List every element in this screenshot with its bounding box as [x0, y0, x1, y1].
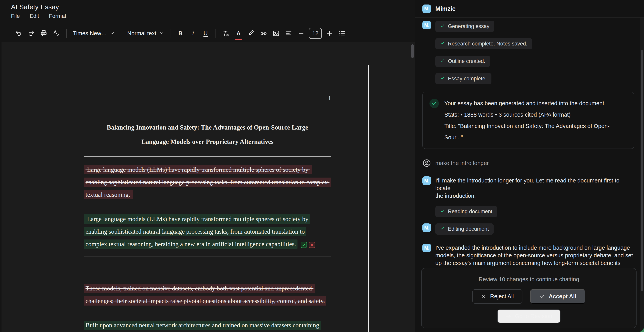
- deleted-text[interactable]: enabling sophisticated natural language …: [84, 178, 331, 187]
- check-icon: [302, 239, 306, 251]
- deleted-text[interactable]: textual reasoning.: [84, 190, 133, 199]
- paragraph-style-select[interactable]: Normal text: [126, 30, 165, 37]
- document-text-line[interactable]: complex textual reasoning, heralding a n…: [84, 238, 331, 250]
- font-size-input[interactable]: 12: [309, 28, 322, 39]
- document-text-line[interactable]: enabling sophisticated natural language …: [84, 225, 331, 238]
- page-number: 1: [84, 95, 331, 102]
- assistant-message-text: I'll make the introduction longer for yo…: [435, 176, 634, 200]
- print-button[interactable]: [39, 28, 49, 39]
- increase-font-size-button[interactable]: [324, 28, 334, 39]
- chat-scrollbar-thumb[interactable]: [641, 50, 643, 291]
- horizontal-rule: [84, 156, 331, 157]
- go-to-revision-label: Go to Revision: [515, 313, 552, 320]
- status-text: Research complete. Notes saved.: [448, 41, 527, 47]
- accept-change-button[interactable]: [300, 242, 307, 248]
- success-check-icon: [430, 99, 439, 108]
- deleted-text[interactable]: challenges; their societal impacts raise…: [84, 296, 326, 306]
- chevron-down-icon: [160, 30, 164, 37]
- status-pill: Generating essay: [435, 21, 494, 32]
- document-text-line[interactable]: textual reasoning.: [84, 188, 331, 201]
- user-message-row: make the intro longer: [422, 159, 634, 167]
- status-pill: Essay complete.: [435, 73, 492, 84]
- inserted-paragraph: Built upon advanced neural network archi…: [84, 319, 331, 332]
- document-text-line[interactable]: challenges; their societal impacts raise…: [84, 295, 331, 307]
- toolbar-divider: [66, 29, 67, 38]
- assistant-avatar: M.: [422, 176, 431, 185]
- redo-icon: [28, 30, 35, 37]
- deleted-paragraph: These models, trained on massive dataset…: [84, 282, 331, 307]
- inserted-text[interactable]: Large language models (LLMs) have rapidl…: [84, 214, 310, 224]
- horizontal-rule: [84, 275, 331, 275]
- status-row: M.Editing document: [422, 223, 634, 235]
- insert-link-button[interactable]: [259, 28, 268, 39]
- bold-button[interactable]: B: [176, 28, 185, 39]
- toolbar: Times New… Normal text B I U A 12: [14, 27, 347, 39]
- status-pill: Editing document: [435, 223, 494, 235]
- menu-file[interactable]: File: [11, 13, 20, 19]
- status-row: Research complete. Notes saved.: [422, 38, 634, 49]
- font-family-value: Times New…: [73, 30, 107, 37]
- user-message-text: make the intro longer: [435, 160, 489, 166]
- align-icon: [285, 29, 292, 37]
- inserted-text[interactable]: enabling sophisticated natural language …: [84, 227, 306, 236]
- document-text-line[interactable]: Built upon advanced neural network archi…: [84, 319, 331, 332]
- print-icon: [40, 29, 48, 37]
- font-family-select[interactable]: Times New…: [72, 30, 116, 37]
- result-card-line: Your essay has been generated and insert…: [444, 98, 627, 109]
- undo-button[interactable]: [14, 28, 24, 39]
- toolbar-divider: [120, 29, 121, 38]
- clear-formatting-button[interactable]: [221, 28, 231, 39]
- essay-heading-line: Language Models over Proprietary Alterna…: [84, 135, 331, 149]
- reject-all-button[interactable]: Reject All: [472, 289, 522, 304]
- document-text-line[interactable]: Large language models (LLMs) have rapidl…: [84, 213, 331, 225]
- status-pill: Outline created.: [435, 56, 490, 67]
- review-title: Review 10 changes to continue chatting: [479, 276, 579, 283]
- link-icon: [260, 29, 267, 37]
- check-icon: [440, 58, 445, 64]
- redo-button[interactable]: [26, 28, 36, 39]
- highlight-button[interactable]: [246, 28, 256, 39]
- align-button[interactable]: [284, 28, 294, 39]
- go-to-revision-button[interactable]: Go to Revision: [497, 310, 560, 323]
- insert-image-button[interactable]: [271, 28, 281, 39]
- deleted-text[interactable]: These models, trained on massive dataset…: [84, 284, 315, 293]
- reject-all-label: Reject All: [490, 293, 514, 300]
- check-icon: [440, 76, 445, 82]
- italic-button[interactable]: I: [188, 28, 198, 39]
- blank-line: [84, 257, 331, 269]
- list-button[interactable]: [337, 28, 347, 39]
- inline-review-buttons: [300, 242, 315, 248]
- menu-edit[interactable]: Edit: [30, 13, 39, 19]
- text-color-button[interactable]: A: [234, 28, 243, 39]
- deleted-text[interactable]: Large language models (LLMs) have rapidl…: [84, 165, 312, 174]
- document-text-line[interactable]: These models, trained on massive dataset…: [84, 282, 331, 295]
- assistant-avatar: M.: [422, 223, 431, 232]
- underline-button[interactable]: U: [200, 28, 210, 39]
- document-text-line[interactable]: enabling sophisticated natural language …: [84, 176, 331, 188]
- editor-panel: AI Safety Essay File Edit Format Times N…: [0, 0, 415, 332]
- paragraph-style-value: Normal text: [127, 30, 156, 37]
- status-text: Reading document: [448, 209, 492, 215]
- essay-heading[interactable]: Balancing Innovation and Safety: The Adv…: [84, 120, 331, 149]
- menu-format[interactable]: Format: [49, 13, 66, 19]
- highlight-icon: [247, 29, 255, 37]
- deleted-paragraph: Large language models (LLMs) have rapidl…: [84, 163, 331, 201]
- decrease-font-size-button[interactable]: [296, 28, 306, 39]
- plus-icon: [326, 30, 333, 37]
- result-card-line: Title: "Balancing Innovation and Safety:…: [444, 120, 627, 143]
- assistant-name: Mimzie: [435, 5, 456, 12]
- document-text-line[interactable]: Large language models (LLMs) have rapidl…: [84, 163, 331, 176]
- accept-all-button[interactable]: Accept All: [530, 289, 585, 304]
- status-row: Reading document: [422, 206, 634, 217]
- check-icon: [440, 23, 445, 29]
- spellcheck-button[interactable]: [52, 28, 61, 39]
- reject-change-button[interactable]: [309, 242, 315, 248]
- review-panel: Review 10 changes to continue chatting R…: [421, 268, 636, 328]
- result-card-line: Stats: • 1888 words • 3 sources cited (A…: [444, 109, 627, 120]
- assistant-avatar: M.: [422, 4, 431, 13]
- inserted-text[interactable]: Built upon advanced neural network archi…: [84, 321, 321, 330]
- document-title[interactable]: AI Safety Essay: [11, 3, 59, 11]
- editor-scrollbar-thumb[interactable]: [411, 44, 414, 58]
- inserted-text[interactable]: complex textual reasoning, heralding a n…: [84, 240, 298, 249]
- minus-icon: [298, 30, 304, 37]
